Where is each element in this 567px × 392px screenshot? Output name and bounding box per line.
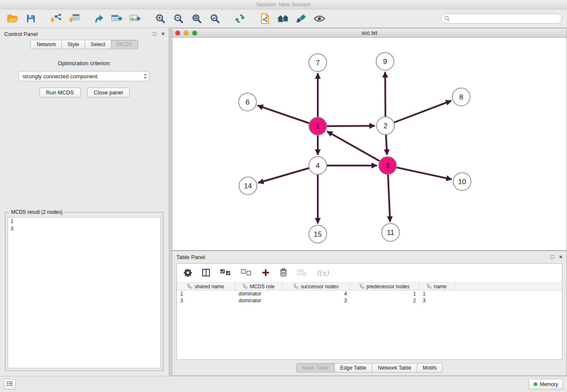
- run-mcds-button[interactable]: Run MCDS: [39, 88, 81, 97]
- graph-node[interactable]: 14: [239, 177, 257, 195]
- graph-node[interactable]: 11: [382, 224, 399, 241]
- tab-mcds[interactable]: MCDS: [111, 40, 138, 49]
- control-panel-title: Control Panel: [4, 31, 38, 37]
- export-table-button[interactable]: [110, 11, 125, 26]
- zoom-fit-button[interactable]: [189, 11, 204, 26]
- import-table-button[interactable]: [66, 11, 82, 26]
- graph-node[interactable]: 9: [376, 52, 394, 70]
- save-session-icon: [26, 14, 36, 23]
- gear-button[interactable]: [184, 268, 192, 278]
- tab-network[interactable]: Network: [30, 40, 62, 49]
- float-icon[interactable]: □: [551, 254, 554, 260]
- import-network-icon: [50, 14, 62, 24]
- apply-style-button[interactable]: [294, 11, 309, 26]
- close-window-icon[interactable]: ×: [175, 30, 180, 36]
- delete-table-button: [297, 269, 307, 278]
- graph-node[interactable]: 10: [453, 173, 471, 190]
- select-all-icon: [220, 269, 231, 277]
- apply-style-icon: [296, 14, 307, 24]
- import-network-button[interactable]: [48, 11, 63, 26]
- column-label: predecessor nodes: [366, 284, 410, 290]
- optimization-criterion-label: Optimization criterion:: [0, 60, 169, 66]
- tab-node-table[interactable]: Node Table: [296, 363, 335, 373]
- panel-menu-button[interactable]: [4, 379, 16, 389]
- save-session-button[interactable]: [23, 11, 39, 26]
- close-icon[interactable]: ×: [161, 31, 165, 37]
- unselect-all-button[interactable]: [241, 269, 252, 277]
- svg-text:10: 10: [458, 178, 466, 186]
- graph-node[interactable]: 7: [309, 54, 327, 72]
- graph-node[interactable]: 8: [452, 88, 470, 106]
- graph-edge[interactable]: [385, 101, 451, 126]
- column-label: successor nodes: [300, 284, 339, 290]
- zoom-window-icon[interactable]: +: [192, 30, 197, 36]
- graph-edge[interactable]: [388, 166, 452, 179]
- mcds-result-item[interactable]: 1: [11, 218, 158, 225]
- table-cell: 3: [177, 298, 235, 304]
- graph-node[interactable]: 1: [309, 117, 327, 135]
- column-header-shared-name[interactable]: shared name: [177, 283, 235, 290]
- table-panel-window-buttons: □×: [551, 254, 562, 260]
- svg-text:9: 9: [383, 58, 387, 66]
- zoom-in-button[interactable]: [153, 11, 168, 26]
- fx-icon: f(x): [317, 269, 329, 277]
- select-all-button[interactable]: [220, 269, 231, 277]
- minimize-window-icon[interactable]: −: [184, 30, 189, 36]
- svg-text:1: 1: [316, 122, 319, 130]
- tab-network-table[interactable]: Network Table: [372, 363, 417, 373]
- graph-edge[interactable]: [327, 131, 388, 166]
- refresh-button[interactable]: [232, 11, 248, 26]
- export-network-button[interactable]: [91, 11, 107, 26]
- column-header-name[interactable]: name: [419, 283, 455, 290]
- table-row[interactable]: 3dominator323: [177, 297, 562, 304]
- column-sort-icon: [243, 284, 248, 289]
- home-view-button[interactable]: [275, 11, 291, 26]
- mcds-result-item[interactable]: 3: [11, 225, 158, 232]
- column-header-MCDS-role[interactable]: MCDS role: [235, 283, 283, 290]
- svg-text:6: 6: [245, 98, 249, 106]
- graph-node[interactable]: 6: [239, 93, 256, 111]
- network-canvas[interactable]: 7968124314101511: [172, 38, 567, 250]
- graph-node[interactable]: 15: [309, 225, 327, 243]
- tab-select[interactable]: Select: [85, 40, 111, 49]
- table-cell: dominator: [235, 298, 283, 304]
- graph-node[interactable]: 3: [379, 157, 396, 174]
- export-image-button[interactable]: [128, 11, 143, 26]
- open-session-button[interactable]: [5, 11, 20, 26]
- window-titlebar: Session: New Session: [0, 0, 567, 9]
- graph-node[interactable]: 2: [377, 117, 394, 135]
- close-icon[interactable]: ×: [559, 254, 562, 260]
- table-panel-header: Table Panel □×: [172, 251, 567, 263]
- close-panel-button[interactable]: Close panel: [87, 88, 130, 97]
- float-icon[interactable]: □: [153, 31, 157, 37]
- toggle-view-button[interactable]: [312, 11, 327, 26]
- column-header-predecessor-nodes[interactable]: predecessor nodes: [350, 283, 419, 290]
- mcds-result-list[interactable]: 13: [8, 217, 161, 368]
- search-input[interactable]: [441, 14, 562, 24]
- delete-table-icon: [297, 269, 307, 278]
- columns-button[interactable]: [202, 268, 210, 278]
- clone-network-button[interactable]: [257, 11, 272, 26]
- zoom-selected-button[interactable]: [207, 11, 223, 26]
- column-sort-icon: [294, 284, 298, 289]
- memory-button[interactable]: Memory: [528, 379, 563, 389]
- column-header-successor-nodes[interactable]: successor nodes: [283, 283, 350, 290]
- table-cell: 1: [177, 291, 235, 297]
- table-row[interactable]: 1dominator411: [177, 290, 562, 297]
- table-panel-title: Table Panel: [176, 254, 205, 260]
- graph-node[interactable]: 4: [309, 157, 327, 174]
- zoom-in-icon: [155, 14, 165, 24]
- tab-style[interactable]: Style: [62, 40, 85, 49]
- control-panel-header: Control Panel □×: [0, 28, 169, 40]
- zoom-fit-icon: [192, 14, 202, 24]
- criterion-select[interactable]: strongly connected component: [19, 71, 149, 81]
- graph-edge[interactable]: [258, 166, 318, 183]
- zoom-out-button[interactable]: [171, 11, 186, 26]
- add-column-button[interactable]: [261, 268, 270, 278]
- delete-column-icon: [280, 268, 287, 278]
- tab-motifs[interactable]: Motifs: [417, 363, 443, 373]
- graph-edge[interactable]: [258, 105, 318, 126]
- tab-edge-table[interactable]: Edge Table: [335, 363, 372, 373]
- svg-text:11: 11: [387, 229, 394, 237]
- delete-column-button[interactable]: [280, 268, 287, 278]
